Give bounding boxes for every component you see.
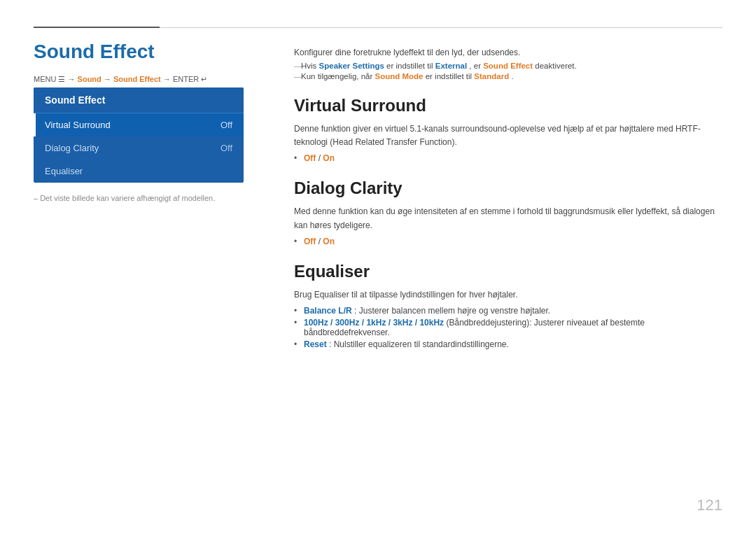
page-title: Sound Effect: [34, 41, 155, 63]
left-panel-footnote: – Det viste billede kan variere afhængig…: [34, 194, 244, 202]
bc-sound: Sound: [78, 75, 102, 83]
eq-b1-bold: Balance L/R: [304, 306, 352, 316]
section-title-equaliser: Equaliser: [294, 262, 722, 281]
note2-bold2: Standard: [474, 72, 509, 80]
menu-item-dialog-clarity[interactable]: Dialog Clarity Off: [34, 136, 244, 160]
eq-b3-bold: Reset: [304, 339, 327, 349]
eq-b2-bold: 100Hz / 300Hz / 1kHz / 3kHz / 10kHz: [304, 318, 444, 328]
bc-sound-effect: Sound Effect: [113, 75, 161, 83]
menu-box: Sound Effect Virtual Surround Off Dialog…: [34, 87, 244, 183]
note2-pre: Kun tilgængelig, når: [301, 72, 374, 80]
note2-end: .: [511, 72, 513, 80]
note1-post: , er: [469, 62, 483, 70]
note1-pre: Hvis: [301, 62, 319, 70]
bc-sep1: →: [68, 75, 78, 83]
eq-body-bold: Equaliser: [314, 290, 349, 300]
note1-mid: er indstillet til: [386, 62, 435, 70]
menu-item-equaliser[interactable]: Equaliser: [34, 160, 244, 183]
section-body-equaliser: Brug Equaliser til at tilpasse lydindsti…: [294, 288, 722, 302]
dc-on: On: [323, 237, 335, 246]
note1-bold3: Sound Effect: [483, 62, 533, 70]
bullet-eq-3: Reset : Nulstiller equalizeren til stand…: [294, 339, 722, 349]
dc-off: Off: [304, 237, 316, 246]
note-line-2: Kun tilgængelig, når Sound Mode er indst…: [294, 72, 722, 80]
menu-item-label: Dialog Clarity: [45, 143, 99, 153]
eq-body-pre: Brug: [294, 290, 314, 300]
note2-mid: er indstillet til: [426, 72, 475, 80]
note1-bold1: Speaker Settings: [319, 62, 384, 70]
eq-body-post: til at tilpasse lydindstillingen for hve…: [351, 290, 517, 300]
bc-menu: MENU ☰: [34, 75, 65, 83]
section-title-virtual-surround: Virtual Surround: [294, 96, 722, 115]
top-bar-accent: [34, 27, 160, 28]
bullet-eq-1: Balance L/R : Justerer balancen mellem h…: [294, 306, 722, 316]
menu-box-header: Sound Effect: [34, 87, 244, 113]
eq-b3-post: : Nulstiller equalizeren til standardind…: [329, 339, 509, 349]
menu-item-value: Off: [220, 120, 232, 130]
top-bar-line: [160, 27, 722, 28]
note-line-1: Hvis Speaker Settings er indstillet til …: [294, 62, 722, 70]
note1-end: deaktiveret.: [535, 62, 576, 70]
bullet-eq-2: 100Hz / 300Hz / 1kHz / 3kHz / 10kHz (Bån…: [294, 318, 722, 337]
note2-bold1: Sound Mode: [374, 72, 423, 80]
page-number: 121: [696, 496, 722, 514]
vs-on: On: [323, 153, 335, 163]
section-body-virtual-surround: Denne funktion giver en virtuel 5.1-kana…: [294, 122, 722, 149]
note1-bold2: External: [435, 62, 467, 70]
menu-item-label: Equaliser: [45, 166, 83, 176]
top-bar: [34, 27, 722, 28]
bc-sep2: →: [104, 75, 113, 83]
right-panel: Konfigurer dine foretrukne lydeffekt til…: [294, 48, 722, 351]
section-body-dialog-clarity: Med denne funktion kan du øge intensitet…: [294, 205, 722, 232]
menu-item-virtual-surround[interactable]: Virtual Surround Off: [34, 113, 244, 136]
bc-enter: ENTER ↵: [173, 75, 207, 83]
bullet-dialog-clarity: Off / On: [294, 237, 722, 246]
menu-item-value: Off: [220, 143, 232, 153]
vs-off: Off: [304, 153, 316, 163]
bc-sep3: →: [163, 75, 173, 83]
eq-b1-post: : Justerer balancen mellem højre og vens…: [354, 306, 550, 316]
left-panel: Sound Effect Virtual Surround Off Dialog…: [34, 87, 244, 202]
breadcrumb: MENU ☰ → Sound → Sound Effect → ENTER ↵: [34, 75, 207, 84]
intro-text: Konfigurer dine foretrukne lydeffekt til…: [294, 48, 722, 57]
bullet-virtual-surround: Off / On: [294, 153, 722, 163]
section-title-dialog-clarity: Dialog Clarity: [294, 178, 722, 198]
menu-item-label: Virtual Surround: [45, 120, 111, 130]
